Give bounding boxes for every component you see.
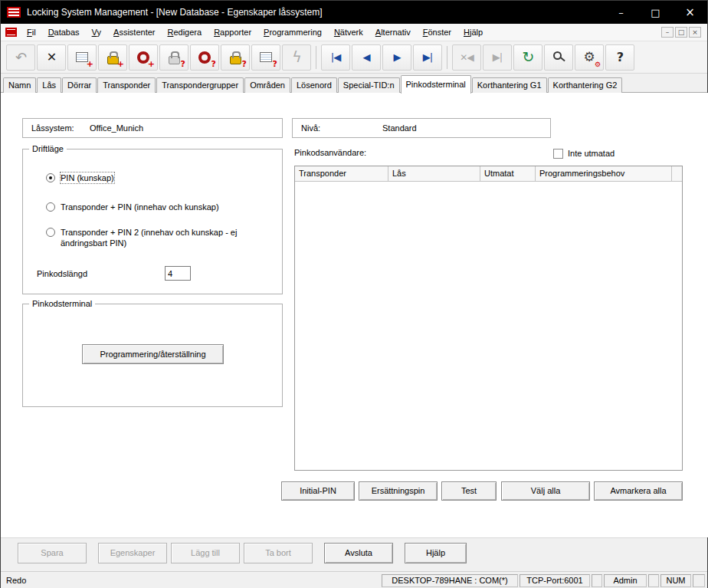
settings-button[interactable]: ⚙	[575, 44, 604, 71]
tab-losenord[interactable]: Lösenord	[291, 77, 337, 93]
last-record-button[interactable]: ▶|	[413, 44, 442, 71]
mode-option-1[interactable]: PIN (kunskap)	[46, 172, 114, 183]
mode-option-label: Transponder + PIN 2 (innehav och kunskap…	[61, 227, 266, 248]
menu-programmering[interactable]: Programmering	[257, 24, 328, 41]
window-controls: – □ ×	[604, 1, 707, 24]
program-button: ϟ	[282, 44, 311, 71]
level-box: Nivå: Standard	[292, 118, 551, 138]
ersattningspin-button[interactable]: Ersättningspin	[359, 481, 438, 501]
undo-icon: ↶	[15, 51, 26, 64]
first-record-button[interactable]: |◀	[321, 44, 350, 71]
programming-reset-button[interactable]: Programmering/återställning	[82, 344, 224, 364]
tab-korthantering-g2[interactable]: Korthantering G2	[548, 77, 623, 93]
avmarkera-alla-button[interactable]: Avmarkera alla	[594, 481, 683, 501]
menu-hjalp[interactable]: Hjälp	[457, 24, 489, 41]
tab-pinkodsterminal[interactable]: Pinkodsterminal	[401, 75, 471, 94]
search-icon	[553, 51, 562, 60]
menu-fonster[interactable]: Fönster	[417, 24, 457, 41]
help-button[interactable]: ?	[605, 44, 634, 71]
undo-button: ↶	[6, 44, 35, 71]
tab-transpondergrupper[interactable]: Transpondergrupper	[156, 77, 244, 93]
egenskaper-button: Egenskaper	[98, 543, 167, 563]
new-record-button[interactable]: +	[67, 44, 97, 71]
status-segments: DESKTOP-789HANE : COM(*) TCP-Port:6001 A…	[382, 574, 705, 587]
query-lock-icon	[230, 56, 241, 64]
search-button[interactable]	[544, 44, 573, 71]
tab-dorrar[interactable]: Dörrar	[62, 77, 97, 93]
status-resize-grip	[693, 574, 705, 587]
menu-redigera[interactable]: Redigera	[161, 24, 208, 41]
menu-natverk[interactable]: Nätverk	[328, 24, 369, 41]
last-record-icon: ▶|	[423, 52, 432, 62]
menu-rapporter[interactable]: Rapporter	[208, 24, 257, 41]
mode-option-2[interactable]: Transponder + PIN (innehav och kunskap)	[46, 202, 219, 212]
menu-databas[interactable]: Databas	[42, 24, 86, 41]
add-transponder-button[interactable]: +	[129, 44, 158, 71]
column-header-transponder[interactable]: Transponder	[295, 166, 388, 181]
mode-option-label: Transponder + PIN (innehav och kunskap)	[61, 202, 219, 212]
read-transponder-button[interactable]: ?	[190, 44, 219, 71]
table-body[interactable]	[295, 182, 682, 470]
test-card-button[interactable]: ?	[251, 44, 280, 71]
test-button[interactable]: Test	[441, 481, 497, 501]
avsluta-button[interactable]: Avsluta	[324, 543, 393, 563]
tab-las[interactable]: Lås	[37, 77, 61, 93]
initial-pin-button[interactable]: Initial-PIN	[281, 481, 355, 501]
read-lock-button[interactable]: ?	[159, 44, 188, 71]
previous-record-button[interactable]: ◀	[352, 44, 381, 71]
tab-omraden[interactable]: Områden	[244, 77, 290, 93]
menu-bar: FilDatabasVyAssistenterRedigeraRapporter…	[1, 24, 707, 41]
refresh-button[interactable]: ↻	[513, 44, 542, 71]
program-icon: ϟ	[292, 50, 301, 64]
not-issued-checkbox[interactable]	[553, 149, 563, 159]
tab-special-tid-n[interactable]: Special-TID:n	[338, 77, 400, 93]
app-logo-icon	[7, 7, 21, 18]
mdi-restore-icon[interactable]: □	[675, 27, 687, 38]
maximize-icon[interactable]: □	[638, 1, 673, 24]
hjalp-button[interactable]: Hjälp	[405, 543, 467, 563]
column-header-las[interactable]: Lås	[388, 166, 480, 181]
menu-alternativ[interactable]: Alternativ	[369, 24, 417, 41]
menu-vy[interactable]: Vy	[86, 24, 107, 41]
disconnect-icon: ✕	[47, 51, 56, 64]
pin-length-input[interactable]	[165, 266, 191, 281]
radio-icon	[46, 228, 55, 237]
mdi-close-icon[interactable]: ×	[689, 27, 701, 38]
mdi-minimize-icon[interactable]: –	[661, 27, 674, 38]
terminal-group-title: Pinkodsterminal	[29, 299, 95, 308]
query-lock-button[interactable]: ?	[221, 44, 250, 71]
next-record-button[interactable]: ▶	[382, 44, 411, 71]
column-header-utmatat[interactable]: Utmatat	[480, 166, 536, 181]
terminal-groupbox: Pinkodsterminal Programmering/återställn…	[22, 304, 283, 407]
menu-items: FilDatabasVyAssistenterRedigeraRapporter…	[21, 24, 489, 41]
tab-transponder[interactable]: Transponder	[97, 77, 156, 93]
mode-option-3[interactable]: Transponder + PIN 2 (innehav och kunskap…	[46, 227, 266, 248]
close-icon[interactable]: ×	[673, 1, 707, 24]
status-spacer-2	[648, 574, 659, 587]
pin-length-label: Pinkodslängd	[37, 269, 87, 278]
menu-assistenter[interactable]: Assistenter	[107, 24, 161, 41]
lock-system-value: Office_Munich	[90, 123, 143, 133]
table-actions: Initial-PINErsättningspinTestVälj allaAv…	[1, 481, 708, 501]
disconnect-button[interactable]: ✕	[37, 44, 66, 71]
column-header-programmeringsbehov[interactable]: Programmeringsbehov	[536, 166, 672, 181]
table-header-row: TransponderLåsUtmatatProgrammeringsbehov	[295, 166, 682, 182]
tab-korthantering-g1[interactable]: Korthantering G1	[472, 77, 547, 93]
menu-fil[interactable]: Fil	[21, 24, 42, 41]
goto-programming-need-icon: ▶|	[493, 52, 502, 62]
goto-programming-need-button: ▶|	[483, 44, 512, 71]
pin-users-table: TransponderLåsUtmatatProgrammeringsbehov	[294, 166, 683, 471]
add-lock-button[interactable]: +	[98, 44, 127, 71]
tab-namn[interactable]: Namn	[3, 77, 36, 93]
settings-icon	[583, 51, 595, 64]
cancel-navigation-button: ✕◀	[452, 44, 481, 71]
mdi-window-controls: – □ ×	[661, 27, 704, 38]
lock-system-label: Låssystem:	[31, 123, 90, 133]
column-header-filler	[672, 166, 682, 181]
ta-bort-button: Ta bort	[244, 543, 313, 563]
status-user: Admin	[604, 574, 647, 587]
minimize-icon[interactable]: –	[604, 1, 638, 24]
valj-alla-button[interactable]: Välj alla	[501, 481, 590, 501]
cancel-navigation-icon: ✕◀	[460, 53, 473, 62]
spara-button: Spara	[18, 543, 87, 563]
